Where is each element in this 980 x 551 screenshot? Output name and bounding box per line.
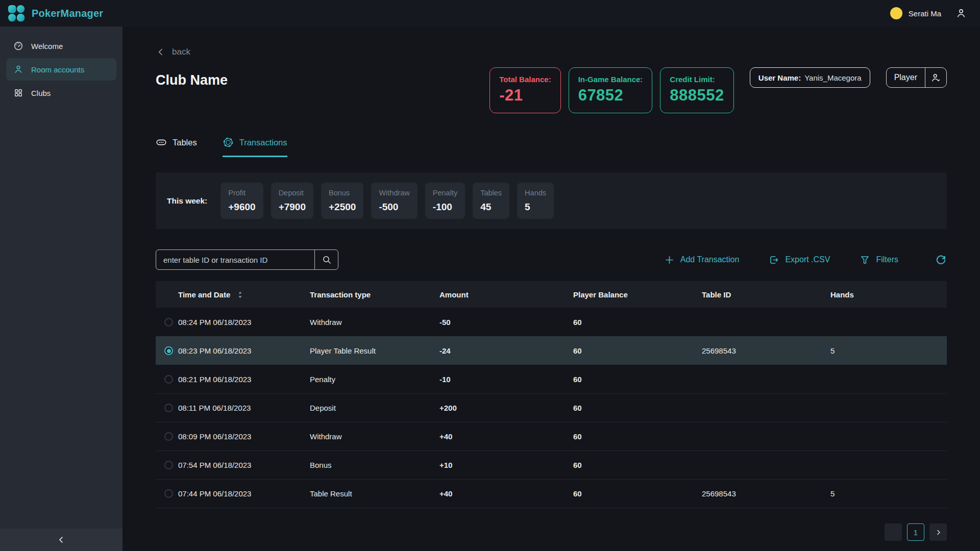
column-header-table-id: Table ID <box>702 290 830 299</box>
sidebar-collapse-button[interactable] <box>0 529 122 551</box>
export-csv-button[interactable]: Export .CSV <box>769 255 830 265</box>
table-toolbar: Add TransactionExport .CSVFilters <box>156 249 947 270</box>
back-button[interactable]: back <box>156 47 190 57</box>
next-page-button[interactable] <box>929 523 947 541</box>
column-header-time-and-date[interactable]: Time and Date <box>178 290 310 299</box>
cell-type: Deposit <box>310 404 439 412</box>
cell-balance: 60 <box>573 318 702 327</box>
search-button[interactable] <box>314 250 338 269</box>
stat-value: 888552 <box>670 86 724 105</box>
table-row[interactable]: 08:24 PM 06/18/2023Withdraw-5060 <box>156 308 947 336</box>
add-transaction-button[interactable]: Add Transaction <box>664 255 740 265</box>
sort-icon[interactable] <box>237 291 243 298</box>
chevron-left-icon <box>57 535 66 544</box>
week-stat-label: Tables <box>480 189 502 197</box>
search-input[interactable] <box>156 250 314 269</box>
refresh-button[interactable] <box>935 254 947 266</box>
week-stat-hands: Hands5 <box>517 183 554 219</box>
table-row[interactable]: 08:09 PM 06/18/2023Withdraw+4060 <box>156 422 947 450</box>
stat-label: Total Balance: <box>499 75 551 84</box>
cell-balance: 60 <box>573 489 702 498</box>
player-role-label: Player <box>887 68 925 87</box>
stat-label: Credit Limit: <box>670 75 724 84</box>
cell-time: 08:09 PM 06/18/2023 <box>178 432 310 441</box>
player-role-button[interactable]: Player <box>886 67 947 88</box>
week-stat-value: 5 <box>525 202 546 213</box>
cell-type: Bonus <box>310 461 439 469</box>
chevron-left-icon <box>156 47 166 57</box>
table-row[interactable]: 07:44 PM 06/18/2023Table Result+40602569… <box>156 479 947 508</box>
week-summary-label: This week: <box>167 196 207 206</box>
row-radio[interactable] <box>164 461 173 469</box>
table-header: Time and DateTransaction typeAmountPlaye… <box>156 281 947 308</box>
week-stat-penalty: Penalty-100 <box>425 183 465 219</box>
topbar: PokerManager Serati Ma <box>0 0 980 27</box>
tab-tables[interactable]: Tables <box>156 137 197 157</box>
filters-button[interactable]: Filters <box>860 255 898 265</box>
sidebar-item-welcome[interactable]: Welcome <box>6 35 116 57</box>
row-radio[interactable] <box>164 318 173 327</box>
week-stat-deposit: Deposit+7900 <box>271 183 313 219</box>
account-icon[interactable] <box>955 8 967 19</box>
cell-balance: 60 <box>573 375 702 384</box>
dashboard-icon <box>13 41 23 51</box>
stat-value: 67852 <box>578 86 643 105</box>
week-stat-value: 45 <box>480 202 502 213</box>
table-row[interactable]: 08:23 PM 06/18/2023Player Table Result-2… <box>156 336 947 365</box>
tab-transactions[interactable]: Transactions <box>223 137 287 157</box>
week-stat-bonus: Bonus+2500 <box>321 183 363 219</box>
cell-hands: 5 <box>830 489 947 498</box>
row-radio[interactable] <box>164 432 173 441</box>
week-stat-label: Profit <box>228 189 255 197</box>
row-radio[interactable] <box>164 375 173 384</box>
action-label: Add Transaction <box>680 255 740 264</box>
transactions-table: Time and DateTransaction typeAmountPlaye… <box>156 281 947 508</box>
main-content: back Club Name Total Balance:-21In-Game … <box>122 27 980 551</box>
row-radio[interactable] <box>164 346 173 355</box>
week-stat-label: Bonus <box>329 189 356 197</box>
cell-amount: +200 <box>439 404 573 412</box>
table-row[interactable]: 07:54 PM 06/18/2023Bonus+1060 <box>156 450 947 479</box>
switch-user-icon[interactable] <box>925 68 946 87</box>
table-row[interactable]: 08:11 PM 06/18/2023Deposit+20060 <box>156 393 947 422</box>
avatar[interactable] <box>890 7 902 19</box>
prev-page-button[interactable] <box>885 523 902 541</box>
row-radio[interactable] <box>164 404 173 412</box>
column-header-player-balance: Player Balance <box>573 290 702 299</box>
week-stat-value: -100 <box>433 202 457 213</box>
week-stat-tables: Tables45 <box>473 183 509 219</box>
cell-table_id: 25698543 <box>702 346 830 355</box>
column-header-transaction-type: Transaction type <box>310 290 439 299</box>
column-label: Amount <box>439 290 469 299</box>
cell-type: Table Result <box>310 489 439 498</box>
chip-icon <box>223 137 234 148</box>
column-label: Player Balance <box>573 290 628 299</box>
cell-time: 07:44 PM 06/18/2023 <box>178 489 310 498</box>
table-row[interactable]: 08:21 PM 06/18/2023Penalty-1060 <box>156 365 947 393</box>
tabs: TablesTransactions <box>156 137 947 157</box>
cell-time: 08:11 PM 06/18/2023 <box>178 404 310 412</box>
week-summary-bar: This week: Profit+9600Deposit+7900Bonus+… <box>156 172 947 229</box>
cell-time: 07:54 PM 06/18/2023 <box>178 461 310 469</box>
stat-value: -21 <box>499 86 551 105</box>
cell-balance: 60 <box>573 461 702 469</box>
cell-balance: 60 <box>573 404 702 412</box>
grid-icon <box>13 88 23 98</box>
action-label: Filters <box>876 255 898 264</box>
page-button-1[interactable]: 1 <box>907 523 924 541</box>
action-label: Export .CSV <box>785 255 830 264</box>
sidebar-item-room-accounts[interactable]: Room accounts <box>6 58 116 81</box>
week-stat-withdraw: Withdraw-500 <box>371 183 417 219</box>
balance-stats: Total Balance:-21In-Game Balance:67852Cr… <box>489 67 947 113</box>
week-stat-label: Deposit <box>279 189 306 197</box>
table-icon <box>156 137 167 148</box>
topbar-user[interactable]: Serati Ma <box>890 7 967 19</box>
cell-amount: -24 <box>439 346 573 355</box>
week-stat-value: +2500 <box>329 202 356 213</box>
brand-name: PokerManager <box>32 8 103 19</box>
week-stat-value: +9600 <box>228 202 255 213</box>
cell-time: 08:21 PM 06/18/2023 <box>178 375 310 384</box>
sidebar-item-clubs[interactable]: Clubs <box>6 82 116 104</box>
week-stat-label: Hands <box>525 189 546 197</box>
row-radio[interactable] <box>164 489 173 498</box>
